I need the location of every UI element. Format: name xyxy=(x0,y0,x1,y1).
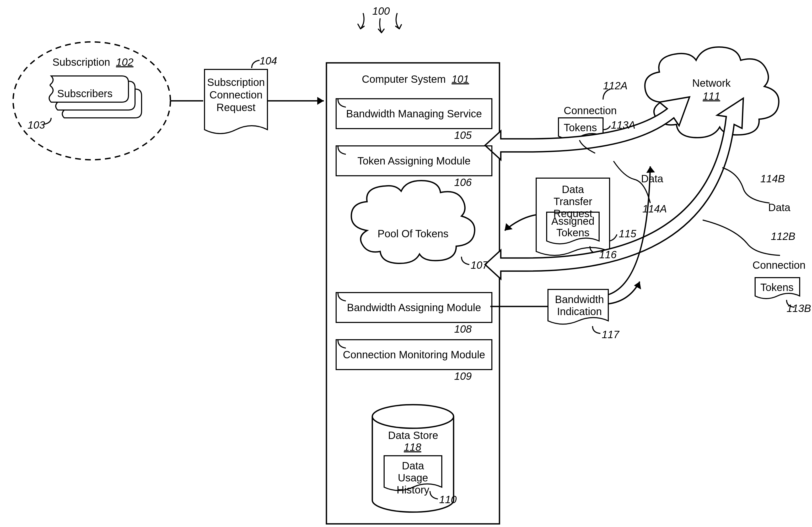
conn-b-ref: 112B xyxy=(771,230,795,242)
pool-of-tokens: Pool Of Tokens xyxy=(378,228,449,240)
network-label: Network xyxy=(692,77,731,89)
conn-a-ref: 112A xyxy=(603,80,627,92)
fig-ref: 100 xyxy=(372,5,390,17)
data-usage-history: Data UsageHistory xyxy=(387,460,439,496)
svg-marker-6 xyxy=(505,223,512,230)
pool-ref: 107 xyxy=(470,259,488,271)
svg-marker-9 xyxy=(646,166,655,173)
connection-monitoring-module: Connection Monitoring Module 109 xyxy=(336,339,492,370)
bw-label: BandwidthIndication xyxy=(553,293,606,317)
computer-title: Computer System 101 xyxy=(362,73,469,85)
history-ref: 110 xyxy=(439,494,457,506)
request-doc: Subscription Connection Request xyxy=(207,76,265,114)
tokens-b-ref: 113B xyxy=(786,302,811,314)
svg-point-5 xyxy=(372,405,453,428)
data-a-label: Data xyxy=(641,173,663,185)
network-ref: 111 xyxy=(703,90,720,102)
token-assigning-module: Token Assigning Module 106 xyxy=(336,145,492,176)
tokens-b-label: Tokens xyxy=(760,282,794,293)
dtr-tokens-label: AssignedTokens xyxy=(549,215,596,238)
svg-marker-3 xyxy=(317,97,324,105)
dtr-tokens-ref: 116 xyxy=(599,249,617,261)
data-b-ref: 114B xyxy=(760,173,785,185)
conn-b-label: Connection xyxy=(753,259,806,271)
subscribers-label: Subscribers xyxy=(57,88,113,100)
diagram-canvas: 100 Subscription 102 Subscribers 103 Sub… xyxy=(0,0,812,527)
tokens-a-label: Tokens xyxy=(564,122,597,134)
data-a-ref: 114A xyxy=(642,203,667,215)
subscription-label: Subscription 102 xyxy=(53,56,133,68)
conn-a-label: Connection xyxy=(564,105,617,117)
bw-ref: 117 xyxy=(602,329,619,341)
data-b-label: Data xyxy=(768,202,791,213)
dtr-ref: 115 xyxy=(619,228,636,240)
subscribers-ref: 103 xyxy=(28,119,45,131)
data-store-label: Data Store xyxy=(388,430,438,441)
data-store-ref: 118 xyxy=(404,441,421,453)
bandwidth-managing-service: Bandwidth Managing Service 105 xyxy=(336,98,492,129)
bandwidth-assigning-module: Bandwidth Assigning Module 108 xyxy=(336,292,492,323)
dtr-label: Data TransferRequest xyxy=(541,183,604,220)
request-ref: 104 xyxy=(260,55,277,67)
tokens-a-ref: 113A xyxy=(611,119,635,131)
